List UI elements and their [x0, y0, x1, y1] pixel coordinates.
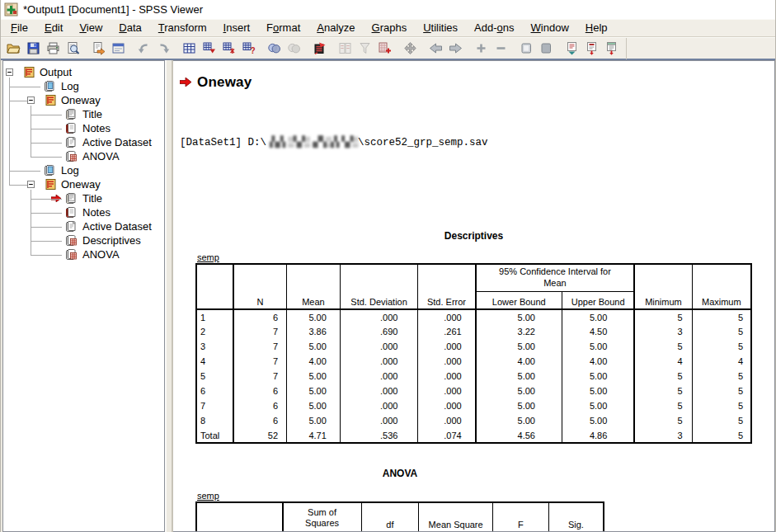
- weight-cases-icon[interactable]: [355, 39, 374, 58]
- undo-icon[interactable]: [134, 39, 153, 58]
- tree-title-icon: [64, 108, 79, 120]
- descriptives-table[interactable]: N Mean Std. Deviation Std. Error 95% Con…: [195, 263, 752, 444]
- tree-item-title-9[interactable]: Title: [3, 191, 164, 205]
- table-cell: 5: [692, 398, 751, 413]
- menu-item-help[interactable]: Help: [577, 20, 616, 36]
- menu-item-transform[interactable]: Transform: [150, 20, 215, 36]
- table-cell: 4: [692, 354, 751, 369]
- table-cell: 6: [233, 413, 287, 428]
- tree-item-oneway-2[interactable]: Oneway: [3, 93, 164, 107]
- insert-heading-icon[interactable]: [562, 39, 581, 58]
- tree-item-oneway-8[interactable]: Oneway: [3, 177, 164, 191]
- table-cell: 5.00: [476, 413, 562, 428]
- hide-icon[interactable]: [536, 39, 556, 58]
- descriptives-col-std-deviation: Std. Deviation: [340, 264, 418, 309]
- tree-item-notes-10[interactable]: Notes: [3, 205, 164, 219]
- goto-data-icon[interactable]: [179, 39, 199, 58]
- table-cell: 5.00: [562, 398, 634, 413]
- table-cell: .000: [418, 369, 476, 384]
- table-cell: .000: [418, 413, 476, 428]
- table-cell: 4.00: [562, 354, 634, 369]
- table-row: 575.00.000.0005.005.0055: [196, 369, 751, 384]
- tree-item-title-3[interactable]: Title: [3, 107, 164, 121]
- table-cell: 5.00: [562, 413, 634, 428]
- table-cell: 3: [634, 428, 692, 443]
- tree-item-anova-13[interactable]: ANOVA: [3, 247, 164, 261]
- table-cell: 5.00: [287, 309, 341, 324]
- menu-item-format[interactable]: Format: [258, 20, 308, 36]
- table-cell: .000: [340, 369, 418, 384]
- menu-item-view[interactable]: View: [71, 20, 111, 36]
- table-cell: 5: [692, 428, 751, 443]
- tree-dataset-icon: [64, 220, 79, 233]
- table-cell: 5: [692, 384, 751, 398]
- table-cell: 5: [692, 413, 751, 428]
- split-file-icon[interactable]: [335, 39, 355, 58]
- table-cell: .000: [340, 413, 418, 428]
- menu-item-analyze[interactable]: Analyze: [308, 20, 363, 36]
- redo-icon[interactable]: [153, 39, 173, 58]
- menu-item-add-ons[interactable]: Add-ons: [466, 20, 522, 36]
- tree-expander-icon[interactable]: [27, 181, 35, 188]
- tree-item-active-dataset-11[interactable]: Active Dataset: [3, 219, 164, 233]
- table-cell: .000: [418, 354, 476, 369]
- show-icon[interactable]: [516, 39, 536, 58]
- promote-icon[interactable]: [426, 39, 445, 58]
- print-preview-icon[interactable]: [63, 39, 82, 58]
- save-icon[interactable]: [23, 39, 43, 58]
- current-item-arrow-icon: [180, 77, 191, 89]
- tree-item-label: Notes: [82, 206, 111, 219]
- open-icon[interactable]: [3, 39, 23, 58]
- table-cell: 5.00: [287, 384, 341, 398]
- dialog-recall-icon[interactable]: [108, 39, 128, 58]
- dataset-path-prefix: [DataSet1] D:\: [180, 137, 266, 148]
- insert-text-icon[interactable]: [601, 39, 621, 58]
- tree-title-icon: [64, 192, 79, 205]
- table-row: 765.00.000.0005.005.0055: [196, 398, 751, 413]
- table-cell: 5: [692, 309, 751, 324]
- select-last-output-icon[interactable]: [264, 39, 284, 58]
- menu-item-graphs[interactable]: Graphs: [364, 20, 416, 36]
- tree-connector-stub: [31, 199, 62, 200]
- menu-item-utilities[interactable]: Utilities: [415, 20, 466, 36]
- collapse-icon[interactable]: [491, 39, 510, 58]
- table-cell: .000: [340, 384, 418, 398]
- tree-expander-icon[interactable]: [6, 68, 13, 76]
- toolbar-separator: [329, 39, 335, 58]
- tree-item-descriptives-12[interactable]: Descriptives: [3, 233, 164, 247]
- goto-output-icon[interactable]: [309, 39, 329, 58]
- anova-variable-caption: semp: [195, 491, 604, 501]
- pane-splitter[interactable]: [165, 60, 173, 532]
- demote-icon[interactable]: [445, 39, 465, 58]
- tree-item-label: ANOVA: [82, 150, 120, 162]
- select-cases-icon[interactable]: [374, 39, 394, 58]
- table-cell: .000: [340, 309, 418, 324]
- menu-item-file[interactable]: File: [2, 20, 36, 36]
- tree-stats-icon: [64, 234, 79, 247]
- table-cell: 7: [233, 339, 287, 354]
- menu-item-edit[interactable]: Edit: [36, 20, 71, 36]
- tree-item-notes-4[interactable]: Notes: [3, 121, 164, 135]
- variables-icon[interactable]: [219, 39, 238, 58]
- tree-expander-icon[interactable]: [27, 97, 35, 104]
- tree-connector-stub: [31, 227, 62, 228]
- menu-item-insert[interactable]: Insert: [215, 20, 259, 36]
- designate-window-icon[interactable]: [284, 39, 303, 58]
- goto-case-icon[interactable]: [199, 39, 219, 58]
- menu-item-data[interactable]: Data: [111, 20, 149, 36]
- tree-item-anova-6[interactable]: ANOVA: [3, 149, 164, 163]
- menu-item-window[interactable]: Window: [523, 20, 577, 36]
- table-cell: 4.00: [476, 354, 562, 369]
- table-cell: 3.22: [476, 324, 562, 339]
- tree-connector-stub: [31, 213, 62, 214]
- insert-title-icon[interactable]: [581, 39, 601, 58]
- tree-item-output-0[interactable]: Output: [3, 65, 164, 79]
- move-icon[interactable]: [400, 39, 420, 58]
- find-icon[interactable]: ?: [238, 39, 258, 58]
- tree-item-active-dataset-5[interactable]: Active Dataset: [3, 135, 164, 149]
- expand-icon[interactable]: [471, 39, 491, 58]
- anova-table[interactable]: Sum of Squares df Mean Square F Sig. Bet…: [195, 501, 604, 532]
- table-cell: 5.00: [287, 413, 341, 428]
- export-icon[interactable]: [88, 39, 108, 58]
- print-icon[interactable]: [43, 39, 63, 58]
